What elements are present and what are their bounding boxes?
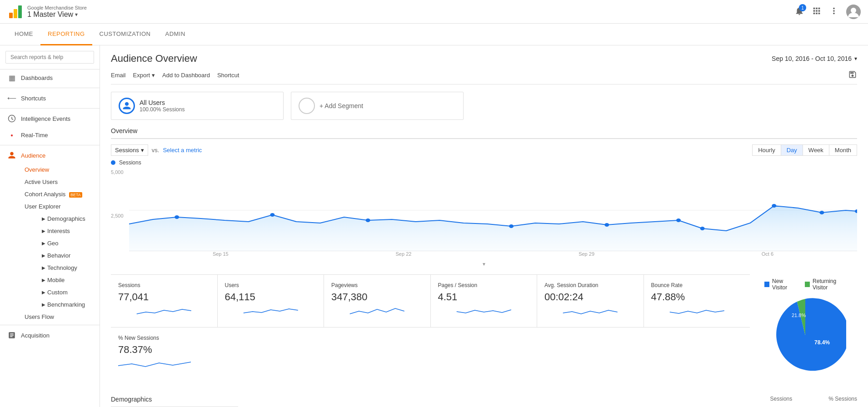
dashboards-icon: ▦ [7, 73, 16, 82]
tab-home[interactable]: HOME [7, 24, 40, 45]
overview-label: Overview [111, 127, 857, 139]
master-view[interactable]: 1 Master View ▾ [27, 10, 87, 19]
time-btn-week[interactable]: Week [803, 145, 829, 155]
sidebar-sub-user-explorer[interactable]: User Explorer [21, 200, 100, 213]
visitor-legend: New Visitor Returning Visitor [764, 278, 850, 291]
email-button[interactable]: Email [111, 72, 126, 79]
new-visitor-legend: New Visitor [764, 278, 798, 291]
page-header: Audience Overview Sep 10, 2016 - Oct 10,… [111, 53, 857, 65]
users-sparkline [225, 305, 317, 318]
metric-dropdown[interactable]: Sessions ▾ [111, 144, 148, 156]
notification-badge: 1 [799, 4, 806, 11]
sidebar-sub-mobile[interactable]: ▶ Mobile [21, 274, 100, 286]
google-analytics-logo [7, 4, 24, 20]
sidebar-sub-custom[interactable]: ▶ Custom [21, 286, 100, 298]
add-segment-box[interactable]: + Add Segment [291, 92, 464, 120]
metric-sessions: Sessions 77,041 [111, 275, 218, 327]
add-segment-circle [299, 98, 315, 114]
search-input[interactable] [5, 51, 94, 64]
pages-session-sparkline [438, 305, 530, 318]
beta-badge: BETA [69, 192, 82, 198]
bounce-sparkline [651, 305, 743, 318]
sidebar-item-audience[interactable]: Audience [0, 147, 100, 164]
x-labels: Sep 15 Sep 22 Sep 29 Oct 6 [129, 251, 857, 257]
table-header-row [359, 404, 857, 407]
sidebar-sub-technology[interactable]: ▶ Technology [21, 262, 100, 274]
sidebar-sub-active-users[interactable]: Active Users [21, 176, 100, 188]
tab-customization[interactable]: CUSTOMIZATION [92, 24, 158, 45]
shortcuts-icon: ⟵ [7, 94, 16, 103]
more-options-icon[interactable] [829, 6, 839, 17]
arrow-icon: ▶ [42, 290, 45, 295]
svg-rect-2 [18, 5, 22, 18]
user-avatar[interactable] [846, 5, 861, 19]
svg-point-14 [700, 227, 705, 230]
pie-chart-panel: New Visitor Returning Visitor [757, 271, 857, 385]
store-name: Google Merchandise Store [27, 5, 87, 10]
svg-point-8 [175, 215, 179, 219]
acquisition-icon [7, 331, 16, 340]
svg-point-4 [851, 8, 856, 13]
sidebar: ▦ Dashboards ⟵ Shortcuts Intelligence Ev… [0, 45, 100, 407]
select-metric-link[interactable]: Select a metric [163, 147, 202, 154]
sidebar-item-dashboards[interactable]: ▦ Dashboards [0, 69, 100, 86]
svg-rect-1 [14, 9, 17, 18]
time-btn-hourly[interactable]: Hourly [753, 145, 781, 155]
time-buttons: Hourly Day Week Month [752, 144, 857, 156]
audience-sub-menu: Overview Active Users Cohort Analysis BE… [0, 164, 100, 323]
sidebar-sub-benchmarking[interactable]: ▶ Benchmarking [21, 298, 100, 311]
nav-tabs: HOME REPORTING CUSTOMIZATION ADMIN [0, 24, 868, 45]
sidebar-sub-demographics[interactable]: ▶ Demographics [21, 213, 100, 225]
sidebar-item-realtime[interactable]: ● Real-Time [0, 127, 100, 143]
y-label-5000: 5,000 [111, 169, 124, 175]
export-button[interactable]: Export ▾ [133, 72, 155, 79]
sidebar-sub-geo[interactable]: ▶ Geo [21, 237, 100, 249]
page-title: Audience Overview [111, 53, 197, 65]
metric-pages-session: Pages / Session 4.51 [431, 275, 538, 327]
arrow-icon: ▶ [42, 253, 45, 258]
time-btn-month[interactable]: Month [829, 145, 857, 155]
svg-point-11 [509, 224, 514, 228]
all-users-segment[interactable]: All Users 100.00% Sessions [111, 92, 284, 120]
top-right: 1 [794, 5, 861, 19]
apps-icon[interactable] [812, 6, 822, 17]
sidebar-sub-users-flow[interactable]: Users Flow [21, 311, 100, 323]
content-inner: Audience Overview Sep 10, 2016 - Oct 10,… [100, 45, 868, 407]
chart-container: 5,000 2,500 [111, 169, 857, 257]
save-icon[interactable] [848, 70, 857, 80]
tab-reporting[interactable]: REPORTING [40, 24, 92, 45]
svg-text:78.4%: 78.4% [814, 339, 830, 346]
sidebar-sub-cohort[interactable]: Cohort Analysis BETA [21, 188, 100, 200]
svg-point-16 [819, 211, 824, 214]
arrow-icon: ▶ [42, 228, 45, 233]
date-range-picker[interactable]: Sep 10, 2016 - Oct 10, 2016 ▾ [772, 55, 857, 62]
export-dropdown-arrow: ▾ [152, 72, 155, 79]
notification-button[interactable]: 1 [794, 6, 804, 17]
svg-point-15 [772, 204, 776, 208]
realtime-icon: ● [7, 130, 16, 139]
metric-users: Users 64,115 [218, 275, 324, 327]
time-btn-day[interactable]: Day [781, 145, 803, 155]
returning-visitor-legend: Returning Visitor [805, 278, 850, 291]
scroll-indicator[interactable]: ▼ [111, 260, 857, 267]
sidebar-item-intelligence[interactable]: Intelligence Events [0, 110, 100, 127]
sidebar-sub-overview[interactable]: Overview [21, 164, 100, 176]
sidebar-item-acquisition[interactable]: Acquisition [0, 327, 100, 343]
divider-1 [0, 88, 100, 88]
tab-admin[interactable]: ADMIN [158, 24, 192, 45]
sidebar-header [0, 45, 100, 69]
sidebar-sub-interests[interactable]: ▶ Interests [21, 225, 100, 237]
add-dashboard-button[interactable]: Add to Dashboard [162, 72, 210, 79]
metrics-col: Sessions 77,041 Users 64,115 Pagevie [111, 271, 750, 380]
master-view-dropdown[interactable]: ▾ [75, 11, 78, 18]
visitor-pie-chart: 78.4% 21.8% [764, 294, 846, 376]
divider-3 [0, 145, 100, 145]
action-bar: Email Export ▾ Add to Dashboard Shortcut [111, 70, 857, 84]
sidebar-sub-behavior[interactable]: ▶ Behavior [21, 249, 100, 262]
divider-2 [0, 108, 100, 109]
shortcut-button[interactable]: Shortcut [217, 72, 239, 79]
segments-row: All Users 100.00% Sessions + Add Segment [111, 92, 857, 120]
sidebar-item-shortcuts[interactable]: ⟵ Shortcuts [0, 90, 100, 106]
demographics-section: Demographics Language ▶ Country Sessions… [111, 396, 857, 407]
divider-4 [0, 325, 100, 325]
